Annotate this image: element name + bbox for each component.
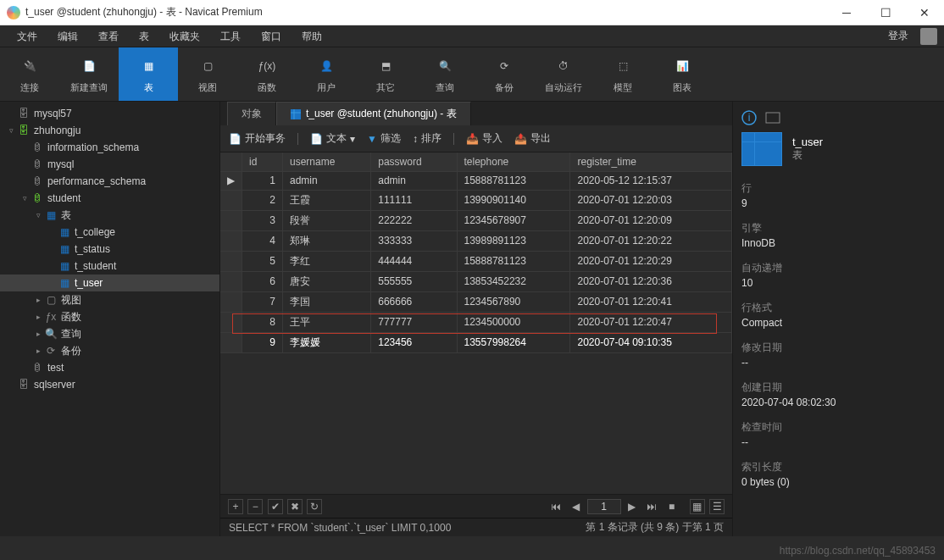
- filter-button[interactable]: ▼ 筛选: [367, 131, 401, 146]
- col-id[interactable]: id: [242, 152, 283, 171]
- add-row-button[interactable]: +: [228, 499, 243, 514]
- tool-other[interactable]: ⬒其它: [356, 47, 415, 101]
- col-username[interactable]: username: [283, 152, 371, 171]
- stop-button[interactable]: ■: [664, 499, 680, 514]
- tree-zhuhongju[interactable]: ▿🗄zhuhongju: [0, 122, 219, 139]
- info-icon[interactable]: i: [741, 110, 757, 125]
- tree-表[interactable]: ▿▦表: [0, 207, 219, 224]
- cell-password[interactable]: 444444: [371, 251, 457, 271]
- minimize-button[interactable]: ─: [827, 0, 866, 25]
- cell-password[interactable]: 555555: [371, 271, 457, 291]
- cell-telephone[interactable]: 15888781123: [457, 251, 570, 271]
- data-grid[interactable]: idusernamepasswordtelephoneregister_time…: [220, 152, 732, 494]
- twisty-icon[interactable]: ▸: [32, 313, 44, 321]
- tool-newquery[interactable]: 📄新建查询: [59, 47, 119, 101]
- menu-fav[interactable]: 收藏夹: [159, 25, 210, 47]
- table-row[interactable]: 8王平77777712345000002020-07-01 12:20:47: [220, 312, 732, 332]
- tool-view[interactable]: ▢视图: [178, 47, 237, 101]
- tree-t_user[interactable]: ▦t_user: [0, 274, 219, 291]
- cancel-button[interactable]: ✖: [287, 499, 303, 514]
- tool-connect[interactable]: 🔌连接: [0, 47, 59, 101]
- cell-username[interactable]: 王平: [283, 312, 371, 332]
- cell-telephone[interactable]: 13557998264: [457, 332, 570, 352]
- connection-tree[interactable]: 🗄mysql57▿🗄zhuhongju🛢information_schema🛢m…: [0, 102, 220, 536]
- tree-sqlserver[interactable]: 🗄sqlserver: [0, 376, 219, 393]
- twisty-icon[interactable]: ▿: [5, 126, 17, 135]
- cell-username[interactable]: 李媛媛: [283, 332, 371, 352]
- table-row[interactable]: 3段誉222222123456789072020-07-01 12:20:09: [220, 210, 732, 230]
- twisty-icon[interactable]: ▸: [32, 330, 44, 338]
- form-view-button[interactable]: ☰: [709, 499, 725, 514]
- menu-edit[interactable]: 编辑: [47, 25, 88, 47]
- tree-视图[interactable]: ▸▢视图: [0, 291, 219, 308]
- tree-t_status[interactable]: ▦t_status: [0, 241, 219, 258]
- tool-autorun[interactable]: ⏱自动运行: [534, 47, 593, 101]
- cell-username[interactable]: 段誉: [283, 210, 371, 230]
- cell-register_time[interactable]: 2020-07-01 12:20:41: [570, 291, 731, 312]
- cell-id[interactable]: 5: [242, 251, 283, 271]
- sql-icon[interactable]: [765, 110, 780, 125]
- cell-id[interactable]: 9: [242, 332, 283, 352]
- twisty-icon[interactable]: ▿: [32, 211, 44, 219]
- cell-id[interactable]: 3: [242, 210, 283, 230]
- last-page-button[interactable]: ⏭: [643, 499, 660, 514]
- cell-telephone[interactable]: 13989891123: [457, 230, 570, 251]
- cell-id[interactable]: 2: [242, 190, 283, 210]
- cell-register_time[interactable]: 2020-07-01 12:20:47: [570, 312, 731, 332]
- cell-register_time[interactable]: 2020-07-01 12:20:29: [570, 251, 731, 271]
- cell-username[interactable]: 王霞: [283, 190, 371, 210]
- menu-window[interactable]: 窗口: [251, 25, 292, 47]
- menu-file[interactable]: 文件: [7, 25, 47, 47]
- first-page-button[interactable]: ⏮: [547, 499, 564, 514]
- tool-chart[interactable]: 📊图表: [652, 47, 712, 101]
- col-register_time[interactable]: register_time: [570, 152, 731, 171]
- cell-register_time[interactable]: 2020-07-04 09:10:35: [570, 332, 731, 352]
- login-link[interactable]: 登录: [881, 29, 915, 43]
- cell-username[interactable]: 唐安: [283, 271, 371, 291]
- tree-函数[interactable]: ▸ƒx函数: [0, 308, 219, 325]
- cell-telephone[interactable]: 13853452232: [457, 271, 570, 291]
- cell-telephone[interactable]: 13990901140: [457, 190, 570, 210]
- cell-password[interactable]: 123456: [371, 332, 457, 352]
- avatar-icon[interactable]: [920, 28, 937, 45]
- cell-id[interactable]: 7: [242, 291, 283, 312]
- tool-table[interactable]: ▦表: [119, 47, 178, 101]
- close-button[interactable]: ✕: [905, 0, 944, 25]
- cell-username[interactable]: 李红: [283, 251, 371, 271]
- cell-id[interactable]: 4: [242, 230, 283, 251]
- tree-mysql[interactable]: 🛢mysql: [0, 156, 219, 173]
- cell-telephone[interactable]: 15888781123: [457, 171, 570, 190]
- page-input[interactable]: [587, 499, 621, 514]
- next-page-button[interactable]: ▶: [624, 499, 641, 514]
- table-row[interactable]: 4郑琳333333139898911232020-07-01 12:20:22: [220, 230, 732, 251]
- tool-function[interactable]: ƒ(x)函数: [237, 47, 297, 101]
- cell-telephone[interactable]: 1234567890: [457, 291, 570, 312]
- tree-备份[interactable]: ▸⟳备份: [0, 342, 219, 359]
- begin-transaction-button[interactable]: 📄 开始事务: [229, 131, 286, 146]
- commit-button[interactable]: ✔: [268, 499, 283, 514]
- table-row[interactable]: 9李媛媛123456135579982642020-07-04 09:10:35: [220, 332, 732, 352]
- tab-current[interactable]: t_user @student (zhuhongju) - 表: [276, 102, 471, 125]
- cell-password[interactable]: 333333: [371, 230, 457, 251]
- tree-information_schema[interactable]: 🛢information_schema: [0, 139, 219, 156]
- col-password[interactable]: password: [371, 152, 457, 171]
- cell-id[interactable]: 1: [242, 171, 283, 190]
- cell-register_time[interactable]: 2020-07-01 12:20:36: [570, 271, 731, 291]
- cell-username[interactable]: admin: [283, 171, 371, 190]
- cell-password[interactable]: 777777: [371, 312, 457, 332]
- twisty-icon[interactable]: ▿: [19, 194, 31, 202]
- export-button[interactable]: 📤 导出: [514, 131, 551, 146]
- grid-view-button[interactable]: ▦: [690, 499, 705, 514]
- cell-register_time[interactable]: 2020-07-01 12:20:03: [570, 190, 731, 210]
- tool-model[interactable]: ⬚模型: [593, 47, 652, 101]
- tree-mysql57[interactable]: 🗄mysql57: [0, 105, 219, 122]
- refresh-button[interactable]: ↻: [307, 499, 322, 514]
- delete-row-button[interactable]: −: [247, 499, 263, 514]
- table-row[interactable]: ▶1adminadmin158887811232020-05-12 12:15:…: [220, 171, 732, 190]
- menu-table[interactable]: 表: [129, 25, 159, 47]
- tool-backup[interactable]: ⟳备份: [475, 47, 534, 101]
- cell-password[interactable]: 222222: [371, 210, 457, 230]
- cell-password[interactable]: 111111: [371, 190, 457, 210]
- tool-user[interactable]: 👤用户: [297, 47, 356, 101]
- menu-tools[interactable]: 工具: [210, 25, 251, 47]
